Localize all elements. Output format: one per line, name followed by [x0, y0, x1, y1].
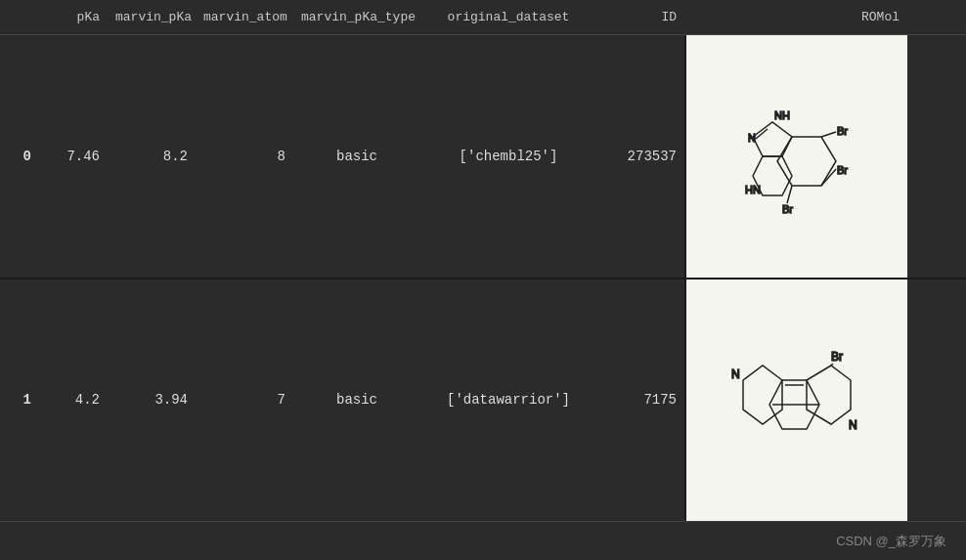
cell-original-1: ['datawarrior']	[420, 392, 596, 408]
cell-marvin-pka-type-0: basic	[293, 149, 420, 164]
table-body: 0 7.46 8.2 8 basic ['chembl25'] 273537 N…	[0, 35, 966, 521]
svg-text:Br: Br	[782, 203, 793, 215]
header-original-dataset: original_dataset	[420, 10, 596, 24]
cell-marvin-atom-0: 8	[196, 149, 293, 164]
cell-pka-1: 4.2	[39, 392, 108, 408]
footer-text: CSDN @_森罗万象	[836, 533, 966, 550]
table-header: pKa marvin_pKa marvin_atom marvin_pKa_ty…	[0, 0, 966, 35]
svg-text:N: N	[849, 418, 857, 432]
footer: CSDN @_森罗万象	[0, 521, 966, 560]
svg-text:HN: HN	[745, 184, 761, 195]
header-pka: pKa	[39, 10, 108, 24]
svg-text:Br: Br	[831, 350, 843, 364]
cell-marvin-pka-0: 8.2	[108, 149, 196, 164]
cell-pka-0: 7.46	[39, 149, 108, 164]
table-row: 1 4.2 3.94 7 basic ['datawarrior'] 7175 …	[0, 280, 966, 522]
cell-id-0: 273537	[596, 149, 684, 164]
cell-romol-0: NH N HN Br Br Br	[684, 35, 907, 278]
header-romol: ROMol	[684, 10, 907, 24]
cell-marvin-pka-1: 3.94	[108, 392, 196, 408]
svg-line-10	[821, 132, 836, 137]
cell-marvin-atom-1: 7	[196, 392, 293, 408]
table-row: 0 7.46 8.2 8 basic ['chembl25'] 273537 N…	[0, 35, 966, 280]
svg-text:Br: Br	[837, 125, 848, 137]
svg-line-11	[821, 169, 836, 186]
cell-marvin-pka-type-1: basic	[293, 392, 420, 408]
svg-text:NH: NH	[774, 109, 790, 121]
svg-line-19	[831, 364, 833, 366]
header-marvin-atom: marvin_atom	[196, 10, 293, 24]
header-marvin-pka-type: marvin_pKa_type	[293, 10, 420, 24]
svg-text:Br: Br	[837, 164, 848, 176]
header-marvin-pka: marvin_pKa	[108, 10, 196, 24]
cell-romol-1: N N Br	[684, 280, 907, 522]
molecule-svg-0: NH N HN Br Br Br	[694, 59, 900, 254]
cell-index-1: 1	[0, 392, 39, 408]
svg-text:N: N	[731, 367, 740, 381]
svg-marker-0	[753, 122, 792, 156]
cell-id-1: 7175	[596, 392, 684, 408]
cell-index-0: 0	[0, 149, 39, 164]
table-container: pKa marvin_pKa marvin_atom marvin_pKa_ty…	[0, 0, 966, 560]
svg-line-12	[787, 186, 792, 203]
molecule-svg-1: N N Br	[694, 302, 900, 497]
svg-marker-13	[743, 366, 782, 424]
header-id: ID	[596, 10, 684, 24]
svg-text:N: N	[748, 132, 756, 144]
cell-original-0: ['chembl25']	[420, 149, 596, 164]
